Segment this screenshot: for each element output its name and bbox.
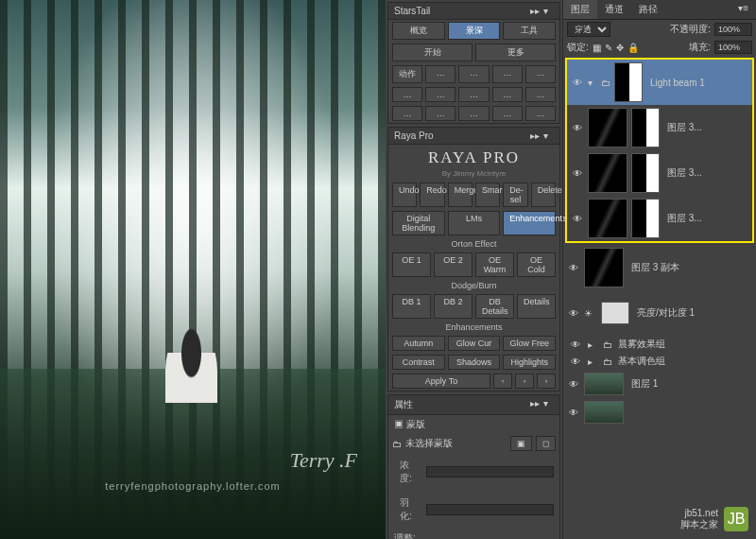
oe1-button[interactable]: OE 1 (392, 252, 431, 277)
layer-name[interactable]: 图层 3 副本 (627, 261, 752, 274)
st-btn[interactable]: … (458, 65, 489, 83)
st-btn[interactable]: … (492, 87, 523, 102)
st-btn[interactable]: … (525, 65, 556, 83)
group-name[interactable]: 晨雾效果组 (618, 338, 665, 351)
glowfree-button[interactable]: Glow Free (503, 336, 556, 351)
st-btn[interactable]: 开始 (392, 43, 472, 61)
smart-button[interactable]: Smart (475, 183, 500, 207)
collapse-icon[interactable]: ▸▸ (530, 6, 541, 16)
menu-icon[interactable]: ▾≡ (730, 0, 756, 19)
group-name[interactable]: 基本调色组 (618, 355, 665, 368)
enhancements-tab[interactable]: Enhancements (503, 211, 556, 235)
st-btn[interactable]: … (492, 65, 523, 83)
menu-icon[interactable]: ▾ (543, 130, 554, 141)
db2-button[interactable]: DB 2 (434, 294, 472, 319)
layer-thumb[interactable] (584, 248, 624, 287)
st-btn[interactable]: … (525, 106, 556, 121)
layer-mask[interactable] (601, 302, 629, 324)
visibility-icon[interactable]: 👁 (571, 214, 584, 224)
layer-mask[interactable] (631, 153, 660, 193)
collapse-icon[interactable]: ▸▸ (530, 398, 541, 409)
tab-layers[interactable]: 图层 (563, 0, 597, 19)
layer-row[interactable]: 👁 图层 3 副本 (563, 245, 756, 290)
layer-thumb[interactable] (588, 108, 627, 148)
autumn-button[interactable]: Autumn (392, 336, 445, 351)
tab-channels[interactable]: 通道 (597, 0, 631, 19)
visibility-icon[interactable]: 👁 (567, 263, 580, 273)
layer-row[interactable]: 👁 ☀ 亮度/对比度 1 (563, 290, 756, 336)
layer-thumb[interactable] (584, 401, 624, 424)
visibility-icon[interactable]: 👁 (571, 168, 584, 179)
visibility-icon[interactable]: 👁 (571, 78, 584, 88)
st-btn[interactable]: … (425, 106, 455, 121)
oe2-button[interactable]: OE 2 (434, 252, 472, 277)
menu-icon[interactable]: ▾ (543, 6, 554, 16)
layer-thumb[interactable] (588, 199, 627, 238)
st-btn[interactable]: … (425, 65, 455, 83)
apply-opt[interactable]: ◦ (493, 374, 512, 389)
st-btn[interactable]: … (458, 106, 489, 121)
layer-thumb[interactable] (584, 373, 624, 395)
layer-row[interactable]: 👁 (563, 398, 756, 426)
st-btn[interactable]: … (458, 87, 489, 102)
db1-button[interactable]: DB 1 (392, 294, 431, 319)
layer-thumb[interactable] (588, 153, 627, 193)
highlights-button[interactable]: Highlights (503, 355, 556, 370)
layer-row[interactable]: 👁 图层 3... (567, 105, 752, 150)
layer-name[interactable]: 图层 3... (663, 121, 748, 134)
visibility-icon[interactable]: 👁 (567, 308, 580, 319)
expand-icon[interactable]: ▾ (588, 78, 597, 88)
opacity-input[interactable]: 100% (714, 23, 752, 36)
st-btn[interactable]: … (525, 87, 556, 102)
menu-icon[interactable]: ▾ (543, 398, 554, 409)
layer-group-row[interactable]: 👁 ▸ 🗀 晨雾效果组 (563, 336, 756, 353)
merge-button[interactable]: Merge (448, 183, 472, 207)
details-button[interactable]: Details (517, 294, 556, 319)
document-canvas[interactable]: Terry .F terryfengphotography.lofter.com (0, 0, 386, 539)
layer-row[interactable]: 👁 图层 3... (567, 150, 752, 196)
st-btn[interactable]: 更多 (475, 43, 556, 61)
apply-opt[interactable]: ◦ (537, 374, 556, 389)
layer-name[interactable]: 亮度/对比度 1 (633, 306, 752, 320)
layer-name[interactable]: 图层 3... (663, 166, 748, 180)
lock-all-icon[interactable]: 🔒 (627, 43, 639, 53)
oecold-button[interactable]: OE Cold (517, 252, 556, 277)
collapse-icon[interactable]: ▸▸ (530, 130, 541, 141)
redo-button[interactable]: Redo (420, 183, 444, 207)
mask-add-icon[interactable]: ◻ (536, 436, 556, 451)
expand-icon[interactable]: ▸ (588, 339, 597, 350)
apply-opt[interactable]: ◦ (515, 374, 534, 389)
lock-trans-icon[interactable]: ▦ (593, 43, 601, 53)
st-btn[interactable]: 景深 (448, 22, 501, 40)
visibility-icon[interactable]: 👁 (571, 123, 584, 133)
layer-row[interactable]: 👁 图层 1 (563, 370, 756, 398)
lock-pos-icon[interactable]: ✥ (616, 43, 624, 53)
feather-slider[interactable] (426, 504, 554, 515)
st-btn[interactable]: 动作 (392, 65, 422, 83)
layer-mask[interactable] (631, 199, 660, 238)
visibility-icon[interactable]: 👁 (567, 408, 580, 418)
blend-mode-select[interactable]: 穿透 (567, 22, 610, 37)
layer-row[interactable]: 👁 ▾ 🗀 Light beam 1 (567, 60, 752, 105)
tab-paths[interactable]: 路径 (631, 0, 665, 19)
st-btn[interactable]: 工具 (503, 22, 556, 40)
fill-input[interactable]: 100% (714, 41, 752, 54)
desel-button[interactable]: De-sel (503, 183, 527, 207)
visibility-icon[interactable]: 👁 (569, 339, 582, 350)
delete-button[interactable]: Delete (531, 183, 556, 207)
oewarm-button[interactable]: OE Warm (475, 252, 514, 277)
undo-button[interactable]: Undo (392, 183, 417, 207)
visibility-icon[interactable]: 👁 (567, 379, 580, 390)
layer-mask[interactable] (631, 108, 660, 148)
expand-icon[interactable]: ▸ (588, 356, 597, 367)
dbdetails-button[interactable]: DB Details (475, 294, 514, 319)
layer-name[interactable]: 图层 3... (663, 212, 748, 225)
visibility-icon[interactable]: 👁 (569, 356, 582, 367)
mask-view-icon[interactable]: ▣ (510, 436, 532, 451)
glowcur-button[interactable]: Glow Cur (448, 336, 501, 351)
st-btn[interactable]: … (492, 106, 523, 121)
layer-group-row[interactable]: 👁 ▸ 🗀 基本调色组 (563, 353, 756, 370)
layer-name[interactable]: Light beam 1 (646, 78, 748, 88)
st-btn[interactable]: … (425, 87, 455, 102)
shadows-button[interactable]: Shadows (448, 355, 501, 370)
